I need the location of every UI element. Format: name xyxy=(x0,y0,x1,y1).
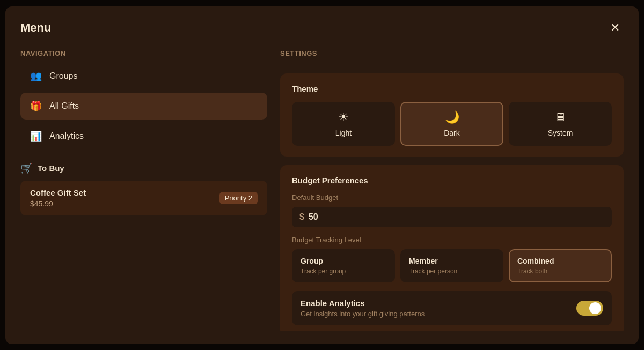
settings-section-title: Settings xyxy=(280,49,624,57)
modal-header: Menu ✕ xyxy=(20,19,624,36)
tracking-level-label: Budget Tracking Level xyxy=(292,236,612,244)
to-buy-title: To Buy xyxy=(38,163,64,173)
analytics-title: Enable Analytics xyxy=(301,299,576,308)
tracking-member-sub: Track per person xyxy=(409,267,457,275)
sidebar-item-label-analytics: Analytics xyxy=(49,131,84,141)
monitor-icon: 🖥 xyxy=(554,110,566,124)
theme-option-dark[interactable]: 🌙 Dark xyxy=(400,102,503,146)
groups-icon: 👥 xyxy=(30,70,42,82)
theme-card: Theme ☀ Light 🌙 Dark xyxy=(280,73,624,157)
theme-card-title: Theme xyxy=(292,84,612,93)
tracking-option-combined[interactable]: Combined Track both xyxy=(509,249,612,282)
to-buy-section: 🛒 To Buy Coffee Gift Set $45.99 Priority… xyxy=(20,162,267,215)
sidebar-item-groups[interactable]: 👥 Groups xyxy=(20,63,267,90)
gift-icon: 🎁 xyxy=(30,100,42,112)
tracking-option-member[interactable]: Member Track per person xyxy=(400,249,503,282)
modal-overlay: Menu ✕ Navigation 👥 Groups 🎁 All Gifts xyxy=(0,0,644,350)
budget-input[interactable] xyxy=(309,212,604,222)
budget-input-row: $ xyxy=(292,207,612,227)
theme-label-system: System xyxy=(548,129,573,137)
theme-option-light[interactable]: ☀ Light xyxy=(292,102,395,146)
to-buy-header: 🛒 To Buy xyxy=(20,162,267,174)
currency-symbol: $ xyxy=(299,212,304,222)
tracking-options: Group Track per group Member Track per p… xyxy=(292,249,612,282)
theme-label-light: Light xyxy=(335,129,352,137)
right-panel: Settings Theme ☀ Light 🌙 Dark xyxy=(280,49,624,331)
cart-icon: 🛒 xyxy=(20,162,32,174)
modal: Menu ✕ Navigation 👥 Groups 🎁 All Gifts xyxy=(5,6,639,344)
close-button[interactable]: ✕ xyxy=(606,19,624,36)
analytics-sub: Get insights into your gift giving patte… xyxy=(301,310,576,318)
sun-icon: ☀ xyxy=(338,110,349,124)
gift-name: Coffee Gift Set xyxy=(30,188,86,197)
navigation-section-title: Navigation xyxy=(20,49,267,57)
gift-info: Coffee Gift Set $45.99 xyxy=(30,188,86,208)
tracking-group-sub: Track per group xyxy=(301,267,346,275)
budget-card-title: Budget Preferences xyxy=(292,176,612,185)
sidebar-item-all-gifts[interactable]: 🎁 All Gifts xyxy=(20,93,267,120)
sidebar-item-label-all-gifts: All Gifts xyxy=(49,101,79,111)
theme-label-dark: Dark xyxy=(444,129,460,137)
modal-title: Menu xyxy=(20,21,51,35)
default-budget-label: Default Budget xyxy=(292,193,612,202)
tracking-combined-title: Combined xyxy=(517,257,554,265)
modal-body: Navigation 👥 Groups 🎁 All Gifts 📊 Analyt… xyxy=(20,49,624,331)
analytics-row: Enable Analytics Get insights into your … xyxy=(301,299,603,318)
left-panel: Navigation 👥 Groups 🎁 All Gifts 📊 Analyt… xyxy=(20,49,267,331)
gift-card: Coffee Gift Set $45.99 Priority 2 xyxy=(20,181,267,215)
tracking-option-group[interactable]: Group Track per group xyxy=(292,249,395,282)
theme-option-system[interactable]: 🖥 System xyxy=(509,102,612,146)
sidebar-item-label-groups: Groups xyxy=(49,71,77,81)
priority-badge: Priority 2 xyxy=(219,192,258,204)
toggle-knob xyxy=(589,302,601,314)
moon-icon: 🌙 xyxy=(445,110,459,124)
budget-card: Budget Preferences Default Budget $ Budg… xyxy=(280,165,624,331)
tracking-group-title: Group xyxy=(301,257,323,265)
tracking-combined-sub: Track both xyxy=(517,267,547,275)
analytics-toggle-card: Enable Analytics Get insights into your … xyxy=(292,291,612,325)
tracking-member-title: Member xyxy=(409,257,438,265)
theme-options: ☀ Light 🌙 Dark 🖥 System xyxy=(292,102,612,146)
analytics-text: Enable Analytics Get insights into your … xyxy=(301,299,576,318)
gift-price: $45.99 xyxy=(30,199,86,208)
analytics-toggle[interactable] xyxy=(576,301,603,316)
sidebar-item-analytics[interactable]: 📊 Analytics xyxy=(20,123,267,150)
analytics-icon: 📊 xyxy=(30,130,42,142)
